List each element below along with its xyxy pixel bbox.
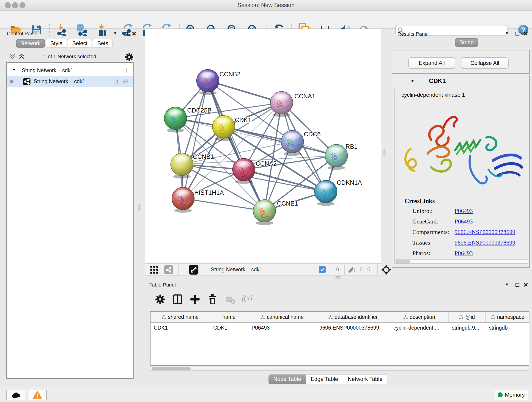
column-header-namespace[interactable]: namespace	[486, 312, 530, 322]
delete-column-trash-icon[interactable]	[207, 294, 217, 304]
node-CCNE1[interactable]: CCNE1	[253, 200, 298, 225]
node-CCNB2[interactable]: CCNB2	[196, 70, 241, 95]
column-header-database-identifier[interactable]: database identifier	[316, 312, 390, 322]
import-table-from-file-icon[interactable]	[95, 22, 109, 37]
results-content-box: ▼ CDK1 cyclin-dependent kinase 1	[392, 75, 530, 268]
cloud-icon	[11, 391, 21, 398]
table-horizontal-scrollbar[interactable]	[150, 367, 529, 370]
table-panel-close-icon[interactable]: ✕	[523, 282, 528, 288]
current-network-name: String Network – cdk1	[211, 267, 262, 273]
create-column-icon[interactable]	[190, 294, 200, 304]
edge-HIST1H1A-CCNE1[interactable]	[183, 198, 264, 211]
column-header-name[interactable]: name	[210, 312, 248, 322]
node-label-CCNA2: CCNA2	[256, 160, 277, 167]
cell-name[interactable]: CDK1	[210, 323, 248, 333]
selected-nodes-checkbox-icon[interactable]	[319, 266, 326, 273]
results-panel-menu-icon[interactable]: ▼	[505, 31, 509, 36]
results-scrollbar[interactable]	[395, 259, 528, 263]
control-panel-tabs: Network Style Select Sets	[16, 39, 113, 48]
bottom-splitter-handle[interactable]	[335, 276, 341, 279]
control-panel-title: Control Panel	[7, 31, 37, 37]
expand-all-button[interactable]: Expand All	[408, 57, 455, 69]
cloud-status-button[interactable]	[6, 390, 25, 400]
crosslink-row: GeneCard:P06493	[394, 218, 529, 229]
network-row-selected[interactable]: String Network – cdk1 11 48	[7, 76, 133, 87]
hidden-elements-icon[interactable]	[348, 266, 357, 274]
edge-CCNB2-CCNA1[interactable]	[208, 81, 282, 103]
crosslink-label: Compartments:	[412, 229, 449, 236]
column-header--id[interactable]: @id	[449, 312, 486, 322]
network-graph[interactable]: CCNB2CCNA1CDC25BCDK1CDC6RB1CCNB1CCNA2CDK…	[145, 29, 381, 263]
collapse-all-button[interactable]: Collapse All	[461, 57, 509, 69]
cell-canonical-name[interactable]: P06493	[248, 323, 316, 333]
birds-eye-view-icon[interactable]	[189, 265, 198, 274]
window-title: Session: New Session	[0, 2, 532, 8]
crosslinks-heading: CrossLinks	[405, 198, 435, 205]
left-splitter-handle[interactable]	[138, 204, 141, 211]
tab-sets[interactable]: Sets	[93, 39, 113, 48]
cell-namespace[interactable]: stringdb	[486, 323, 530, 333]
show-columns-icon[interactable]	[172, 294, 183, 304]
node-CDC25B[interactable]: CDC25B	[164, 107, 212, 133]
network-canvas[interactable]: CCNB2CCNA1CDC25BCDK1CDC6RB1CCNB1CCNA2CDK…	[145, 29, 381, 263]
fit-selected-crosshair-icon[interactable]	[381, 265, 391, 275]
scrollbar-thumb[interactable]	[152, 367, 191, 370]
import-network-from-database-icon[interactable]	[75, 22, 89, 37]
crosslink-link[interactable]: P06493	[455, 208, 473, 215]
tab-style[interactable]: Style	[46, 39, 67, 48]
function-builder-icon: f(x)	[242, 293, 253, 302]
import-network-from-file-icon[interactable]	[55, 22, 69, 37]
grid-view-icon[interactable]	[150, 266, 158, 274]
node-CCNA2[interactable]: CCNA2	[233, 158, 277, 184]
crosslink-row: Tissues:9606.ENSP00000378699	[394, 239, 529, 250]
node-HIST1H1A[interactable]: HIST1H1A	[172, 187, 224, 213]
results-panel-close-icon[interactable]: ✕	[523, 31, 528, 37]
network-tree: ▼ String Network – cdk1 1 String Network…	[6, 62, 133, 379]
cell-shared-name[interactable]: CDK1	[151, 323, 210, 333]
tab-network[interactable]: Network	[16, 39, 45, 48]
tab-string[interactable]: String	[455, 38, 478, 47]
tab-node-table[interactable]: Node Table	[268, 375, 306, 384]
table-panel-menu-icon[interactable]: ▼	[505, 282, 509, 287]
node-label-CDK1: CDK1	[235, 117, 251, 123]
memory-button[interactable]: Memory	[494, 390, 528, 400]
network-list-header: 1 of 1 Network selected	[6, 52, 133, 62]
table-row[interactable]: CDK1CDK1P064939606.ENSP00000378699cyclin…	[151, 323, 529, 333]
table-tabs: Node TableEdge TableNetwork Table	[268, 375, 387, 384]
cell--id[interactable]: stringdb:9...	[449, 323, 486, 333]
network-collection-row[interactable]: ▼ String Network – cdk1 1	[7, 65, 133, 76]
gene-disclosure-icon[interactable]: ▼	[411, 79, 414, 83]
crosslink-row: Uniprot:P06493	[394, 208, 529, 218]
node-CDKN1A[interactable]: CDKN1A	[315, 179, 362, 206]
table-panel-float-icon[interactable]	[515, 283, 519, 287]
crosslink-link[interactable]: 9606.ENSP00000378699	[455, 229, 515, 236]
cell-description[interactable]: cyclin-dependent ...	[390, 323, 449, 333]
results-panel-float-icon[interactable]	[515, 32, 519, 36]
right-splitter-handle[interactable]	[383, 149, 386, 156]
tab-select[interactable]: Select	[68, 39, 92, 48]
crosslink-link[interactable]: P06493	[455, 218, 473, 225]
tab-network-table[interactable]: Network Table	[343, 375, 387, 384]
collection-disclosure-icon[interactable]: ▼	[12, 68, 16, 72]
network-view-toolbar: String Network – cdk1 1 - 0 0 - 0	[145, 263, 381, 275]
network-view-type-icon[interactable]	[164, 265, 173, 274]
table-header-row: shared namenamecanonical namedatabase id…	[151, 312, 529, 323]
control-panel-float-icon[interactable]	[124, 32, 128, 36]
protein-structure-image	[397, 101, 525, 195]
node-CDC6[interactable]: CDC6	[281, 130, 321, 156]
warnings-button[interactable]	[28, 390, 47, 400]
control-panel-close-icon[interactable]: ✕	[132, 31, 137, 37]
table-panel-title: Table Panel	[149, 282, 176, 288]
table-options-gear-icon[interactable]	[155, 294, 165, 304]
crosslink-label: GeneCard:	[412, 218, 438, 225]
control-panel-menu-icon[interactable]: ▼	[113, 31, 117, 36]
crosslink-link[interactable]: P06493	[455, 250, 473, 257]
column-header-shared-name[interactable]: shared name	[151, 312, 210, 322]
cell-database-identifier[interactable]: 9606.ENSP00000378699	[316, 323, 390, 333]
network-options-gear-icon[interactable]	[125, 53, 133, 61]
node-RB1[interactable]: RB1	[325, 143, 358, 170]
column-header-canonical-name[interactable]: canonical name	[248, 312, 316, 322]
column-header-description[interactable]: description	[390, 312, 449, 322]
tab-edge-table[interactable]: Edge Table	[306, 375, 343, 384]
crosslink-link[interactable]: 9606.ENSP00000378699	[455, 239, 515, 246]
